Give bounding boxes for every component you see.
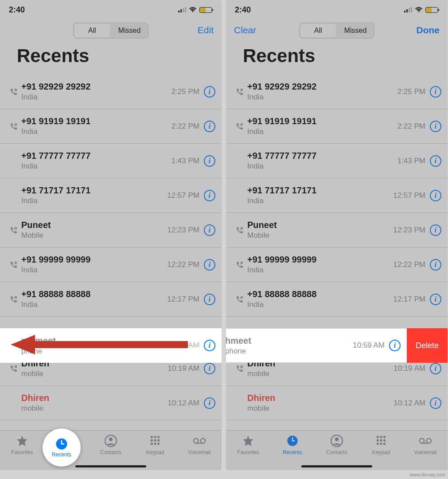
clear-button[interactable]: Clear — [234, 25, 256, 35]
svg-point-4 — [151, 436, 153, 438]
call-row-time: 12:17 PM — [393, 295, 425, 304]
call-row-name: +91 77777 77777 — [21, 151, 171, 161]
call-row-sub: India — [21, 300, 167, 309]
call-row[interactable]: +91 91919 19191India2:22 PMi — [0, 109, 222, 144]
info-icon[interactable]: i — [430, 121, 441, 132]
person-icon — [104, 434, 117, 448]
info-icon[interactable]: i — [430, 190, 441, 201]
call-row-sub: India — [21, 196, 167, 205]
call-row[interactable]: +91 88888 88888India12:17 PMi — [226, 282, 448, 317]
call-row[interactable]: +91 71717 17171India12:57 PMi — [226, 178, 448, 213]
info-icon[interactable]: i — [204, 363, 215, 374]
call-row[interactable]: +91 88888 88888India12:17 PMi — [0, 282, 222, 317]
call-row-time: 1:43 PM — [397, 157, 425, 165]
call-row-name: +91 91919 19191 — [21, 116, 171, 126]
call-row[interactable]: PuneetMobile12:23 PMi — [0, 213, 222, 247]
info-icon[interactable]: i — [204, 86, 215, 98]
call-row-time: 2:22 PM — [171, 122, 199, 131]
call-row-sub: India — [247, 162, 397, 171]
call-row-sub: phone — [226, 347, 353, 356]
segmented-control[interactable]: All Missed — [73, 23, 148, 39]
info-icon[interactable]: i — [389, 340, 401, 351]
call-row-time: 12:23 PM — [167, 226, 199, 235]
info-icon[interactable]: i — [204, 190, 215, 201]
info-icon[interactable]: i — [430, 259, 441, 271]
call-row[interactable]: +91 91919 19191India2:22 PMi — [226, 109, 448, 144]
call-row[interactable]: PuneetMobile12:23 PMi — [226, 213, 448, 247]
status-time: 2:40 — [9, 5, 25, 15]
info-icon[interactable]: i — [204, 224, 215, 236]
tab-recents[interactable]: Recents — [275, 434, 310, 470]
info-icon[interactable]: i — [204, 155, 215, 167]
call-row-name: +91 77777 77777 — [247, 151, 397, 161]
tab-voicemail[interactable]: Voicemail — [408, 434, 443, 470]
info-icon[interactable]: i — [430, 155, 441, 167]
call-row-name: +91 71717 17171 — [247, 185, 393, 196]
tab-favorites[interactable]: Favorites — [230, 434, 266, 470]
info-icon[interactable]: i — [204, 340, 215, 351]
wifi-icon — [415, 7, 423, 13]
outgoing-call-icon — [6, 261, 21, 269]
tab-contacts[interactable]: Contacts — [93, 434, 129, 470]
call-row[interactable]: +91 92929 29292India2:25 PMi — [0, 75, 222, 109]
svg-point-3 — [109, 437, 113, 441]
edit-button[interactable]: Edit — [198, 25, 214, 35]
delete-button[interactable]: Delete — [407, 328, 448, 363]
person-icon — [330, 434, 343, 448]
call-row[interactable]: +91 99999 99999India12:22 PMi — [0, 247, 222, 282]
call-row[interactable]: +91 92929 29292India2:25 PMi — [226, 75, 448, 109]
tab-keypad[interactable]: Keypad — [363, 434, 399, 470]
info-icon[interactable]: i — [430, 86, 441, 98]
seg-missed[interactable]: Missed — [111, 23, 148, 38]
call-row[interactable]: +91 71717 17171India12:57 PMi — [0, 178, 222, 213]
call-row-name: +91 88888 88888 — [247, 289, 393, 299]
call-row[interactable]: +91 99999 99999India12:22 PMi — [226, 247, 448, 282]
info-icon[interactable]: i — [430, 397, 441, 409]
call-row[interactable]: +91 77777 77777India1:43 PMi — [226, 144, 448, 178]
svg-point-12 — [157, 443, 160, 445]
call-row-sub: India — [247, 127, 397, 136]
call-row-time: 12:17 PM — [167, 295, 199, 304]
svg-point-11 — [154, 443, 156, 445]
home-indicator[interactable] — [301, 465, 372, 467]
info-icon[interactable]: i — [204, 259, 215, 271]
voicemail-icon — [193, 434, 206, 448]
segmented-control[interactable]: All Missed — [299, 23, 374, 39]
signal-icon — [178, 7, 186, 12]
call-row[interactable]: +91 77777 77777India1:43 PMi — [0, 144, 222, 178]
info-icon[interactable]: i — [430, 224, 441, 236]
tab-bar: Favorites Recents Contacts Keypad Voicem… — [226, 430, 448, 470]
call-row[interactable]: Dhirenmobile10:12 AMi — [0, 386, 222, 420]
info-icon[interactable]: i — [430, 294, 441, 305]
keypad-icon — [148, 434, 162, 448]
call-row[interactable]: Dhirenmobile10:12 AMi — [226, 386, 448, 420]
seg-all[interactable]: All — [74, 24, 110, 37]
home-indicator[interactable] — [75, 465, 146, 467]
tab-voicemail[interactable]: Voicemail — [182, 434, 217, 470]
info-icon[interactable]: i — [430, 363, 441, 374]
info-icon[interactable]: i — [204, 294, 215, 305]
tab-keypad[interactable]: Keypad — [137, 434, 173, 470]
call-row-time: 12:22 PM — [167, 260, 199, 269]
call-row-sub: India — [247, 196, 393, 205]
seg-missed[interactable]: Missed — [337, 23, 374, 38]
info-icon[interactable]: i — [204, 397, 215, 409]
outgoing-call-icon — [6, 122, 21, 130]
call-row-time: 10:12 AM — [393, 399, 425, 408]
svg-point-19 — [335, 437, 339, 441]
call-row-name: +91 92929 29292 — [21, 82, 171, 92]
seg-all[interactable]: All — [300, 24, 336, 37]
signal-icon — [404, 7, 412, 12]
info-icon[interactable]: i — [204, 121, 215, 132]
done-button[interactable]: Done — [417, 25, 440, 35]
page-title: Recents — [226, 42, 448, 75]
call-row-name: Puneet — [247, 220, 393, 230]
tab-label: Keypad — [146, 449, 164, 455]
call-row-sub: phone — [21, 347, 168, 356]
page-title: Recents — [0, 42, 222, 75]
call-row-name: rshmeet — [21, 336, 168, 346]
nav-bar: Clear All Missed Done — [226, 20, 448, 42]
swipe-highlight-row[interactable]: rshmeet phone 10:59 AM i — [0, 328, 222, 363]
tab-contacts[interactable]: Contacts — [319, 434, 355, 470]
tab-favorites[interactable]: Favorites — [4, 434, 40, 470]
